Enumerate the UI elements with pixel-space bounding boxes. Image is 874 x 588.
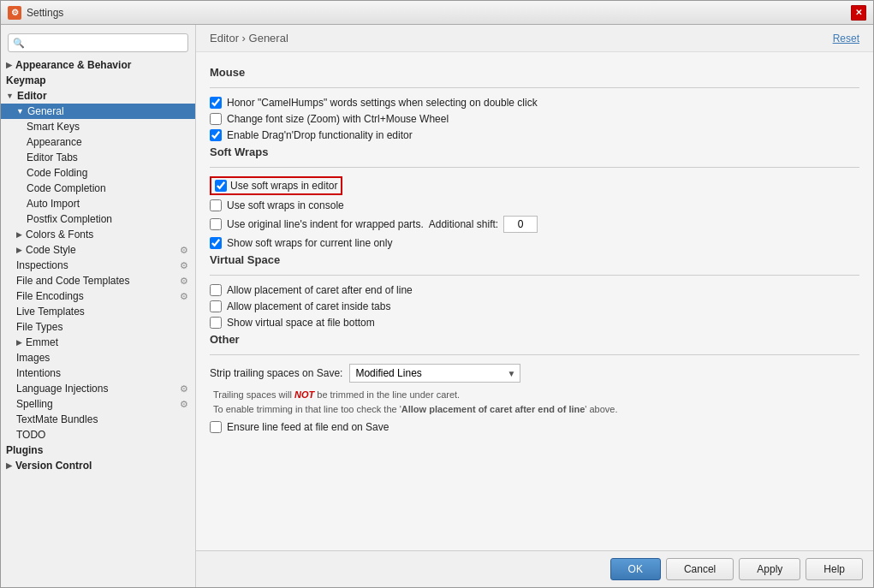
- sidebar-item-label: TODO: [16, 429, 45, 441]
- caret-inside-tabs-checkbox[interactable]: [210, 300, 222, 312]
- sidebar-item-editor[interactable]: ▼ Editor: [1, 88, 195, 104]
- ok-button[interactable]: OK: [610, 558, 661, 580]
- sidebar-item-live-templates[interactable]: Live Templates: [1, 304, 195, 319]
- caret-inside-tabs-label: Allow placement of caret inside tabs: [227, 300, 390, 312]
- sidebar-item-version-control[interactable]: ▶ Version Control: [1, 458, 195, 473]
- sidebar-item-label: File Types: [16, 321, 62, 333]
- expand-icon: ▶: [16, 338, 22, 347]
- original-indent-row: Use original line's indent for wrapped p…: [210, 216, 859, 233]
- camel-humps-checkbox[interactable]: [210, 97, 222, 109]
- apply-button[interactable]: Apply: [739, 558, 800, 580]
- not-word: NOT: [294, 389, 314, 400]
- sidebar-item-intentions[interactable]: Intentions: [1, 365, 195, 381]
- note-block: Trailing spaces will NOT be trimmed in t…: [213, 388, 859, 416]
- sidebar-item-appearance[interactable]: Appearance: [1, 134, 195, 150]
- camel-humps-label: Honor "CamelHumps" words settings when s…: [227, 97, 538, 109]
- camel-humps-row: Honor "CamelHumps" words settings when s…: [210, 97, 859, 109]
- sidebar-item-label: File Encodings: [16, 290, 84, 302]
- caret-end-of-line-checkbox[interactable]: [210, 284, 222, 296]
- settings-window: ⚙ Settings ✕ 🔍 ▶ Appearance & Behavior K…: [0, 0, 874, 588]
- soft-wraps-console-label: Use soft wraps in console: [227, 199, 344, 211]
- mouse-section-title: Mouse: [210, 66, 859, 79]
- other-section-title: Other: [210, 333, 859, 346]
- sidebar-item-label: Intentions: [16, 367, 61, 379]
- font-zoom-label: Change font size (Zoom) with Ctrl+Mouse …: [227, 113, 449, 125]
- soft-wraps-console-checkbox[interactable]: [210, 199, 222, 211]
- sidebar-item-label: File and Code Templates: [16, 275, 130, 287]
- sidebar-item-label: Language Injections: [16, 383, 108, 395]
- sidebar-item-code-style[interactable]: ▶ Code Style ⚙: [1, 242, 195, 258]
- mouse-divider: [210, 87, 859, 88]
- sidebar-item-label: Smart Keys: [27, 121, 80, 133]
- sidebar-item-keymap[interactable]: Keymap: [1, 73, 195, 88]
- sidebar-item-plugins[interactable]: Plugins: [1, 442, 195, 458]
- gear-icon: ⚙: [180, 399, 188, 410]
- sidebar-item-auto-import[interactable]: Auto Import: [1, 196, 195, 211]
- sidebar-item-label: Emmet: [26, 336, 58, 348]
- sidebar-item-label: Editor Tabs: [27, 151, 78, 163]
- sidebar-item-colors-fonts[interactable]: ▶ Colors & Fonts: [1, 227, 195, 242]
- help-button[interactable]: Help: [806, 558, 863, 580]
- gear-icon: ⚙: [180, 383, 188, 395]
- main-panel: Editor › General Reset Mouse Honor "Came…: [196, 25, 873, 587]
- search-input[interactable]: [8, 33, 188, 52]
- drag-drop-checkbox[interactable]: [210, 129, 222, 141]
- sidebar-item-postfix-completion[interactable]: Postfix Completion: [1, 211, 195, 227]
- font-zoom-checkbox[interactable]: [210, 113, 222, 125]
- sidebar-item-language-injections[interactable]: Language Injections ⚙: [1, 381, 195, 396]
- search-icon: 🔍: [13, 38, 25, 49]
- sidebar-item-todo[interactable]: TODO: [1, 427, 195, 442]
- additional-shift-input[interactable]: [503, 216, 538, 233]
- virtual-space-divider: [210, 275, 859, 276]
- caret-inside-tabs-row: Allow placement of caret inside tabs: [210, 300, 859, 312]
- mouse-section: Mouse Honor "CamelHumps" words settings …: [210, 66, 859, 141]
- sidebar-item-label: Live Templates: [16, 306, 85, 318]
- sidebar-item-editor-tabs[interactable]: Editor Tabs: [1, 150, 195, 165]
- sidebar-item-emmet[interactable]: ▶ Emmet: [1, 335, 195, 350]
- sidebar-item-general[interactable]: ▼ General: [1, 104, 195, 119]
- ensure-linefeed-label: Ensure line feed at file end on Save: [227, 421, 389, 433]
- app-icon: ⚙: [8, 6, 21, 20]
- sidebar-item-label: Appearance & Behavior: [15, 59, 131, 71]
- sidebar-item-label: Code Folding: [27, 167, 87, 179]
- sidebar-item-spelling[interactable]: Spelling ⚙: [1, 396, 195, 412]
- virtual-space-bottom-checkbox[interactable]: [210, 317, 222, 329]
- original-indent-checkbox[interactable]: [210, 218, 222, 230]
- sidebar-item-file-types[interactable]: File Types: [1, 319, 195, 335]
- font-zoom-row: Change font size (Zoom) with Ctrl+Mouse …: [210, 113, 859, 125]
- sidebar-item-code-folding[interactable]: Code Folding: [1, 165, 195, 181]
- soft-wraps-editor-label: Use soft wraps in editor: [230, 180, 337, 192]
- allow-caret-ref: Allow placement of caret after end of li…: [401, 404, 586, 414]
- sidebar-item-code-completion[interactable]: Code Completion: [1, 181, 195, 196]
- other-section: Other Strip trailing spaces on Save: Non…: [210, 333, 859, 433]
- sidebar-item-textmate-bundles[interactable]: TextMate Bundles: [1, 412, 195, 427]
- sidebar-item-label: Version Control: [15, 460, 92, 472]
- sidebar-item-label: Keymap: [6, 74, 46, 86]
- sidebar-item-smart-keys[interactable]: Smart Keys: [1, 119, 195, 134]
- reset-button[interactable]: Reset: [833, 33, 859, 45]
- gear-icon: ⚙: [180, 245, 188, 256]
- expand-icon: ▼: [16, 107, 24, 116]
- sidebar-item-images[interactable]: Images: [1, 350, 195, 365]
- main-header: Editor › General Reset: [196, 25, 873, 52]
- sidebar-item-file-code-templates[interactable]: File and Code Templates ⚙: [1, 273, 195, 288]
- strip-spaces-label: Strip trailing spaces on Save:: [210, 367, 342, 379]
- sidebar-item-file-encodings[interactable]: File Encodings ⚙: [1, 288, 195, 304]
- soft-wraps-current-checkbox[interactable]: [210, 237, 222, 249]
- sidebar-item-label: Appearance: [27, 136, 82, 148]
- sidebar-item-appearance-behavior[interactable]: ▶ Appearance & Behavior: [1, 57, 195, 73]
- sidebar-item-label: General: [27, 105, 64, 117]
- close-button[interactable]: ✕: [851, 5, 866, 21]
- soft-wraps-editor-checkbox[interactable]: [215, 180, 227, 192]
- soft-wraps-editor-row: Use soft wraps in editor: [210, 176, 859, 195]
- strip-spaces-select[interactable]: None All Modified Lines: [349, 364, 520, 383]
- sidebar-item-label: Editor: [17, 90, 47, 102]
- sidebar-item-label: Colors & Fonts: [26, 229, 93, 241]
- caret-end-of-line-row: Allow placement of caret after end of li…: [210, 284, 859, 296]
- cancel-button[interactable]: Cancel: [666, 558, 734, 580]
- sidebar-item-label: Images: [16, 352, 50, 364]
- ensure-linefeed-checkbox[interactable]: [210, 421, 222, 433]
- soft-wraps-editor-highlighted: Use soft wraps in editor: [210, 176, 342, 195]
- sidebar-item-inspections[interactable]: Inspections ⚙: [1, 258, 195, 273]
- gear-icon: ⚙: [180, 291, 188, 302]
